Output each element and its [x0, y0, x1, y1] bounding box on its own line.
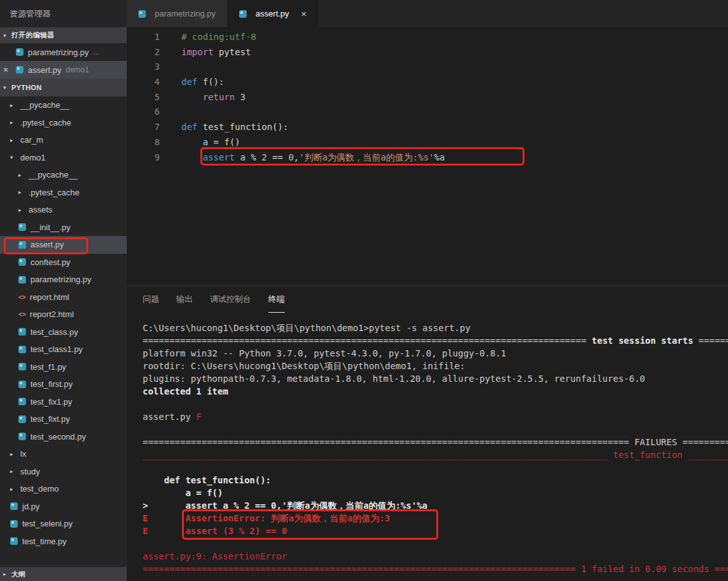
panel-tab[interactable]: 终端 — [268, 286, 285, 313]
python-file-icon — [18, 433, 26, 440]
code-line: 9 assert a % 2 == 0,'判断a为偶数，当前a的值为:%s'%a — [127, 150, 728, 166]
python-file-icon — [18, 276, 26, 284]
python-file-icon — [18, 381, 26, 388]
python-section-header-label: PYTHON — [11, 84, 42, 91]
code-token: import — [181, 47, 214, 57]
tree-folder-item[interactable]: ▸assets — [0, 201, 127, 219]
python-file-icon — [18, 346, 26, 353]
terminal-line: plugins: pythonpath-0.7.3, metadata-1.8.… — [143, 372, 728, 385]
python-section-header[interactable]: ▾ PYTHON — [0, 79, 127, 96]
line-number: 9 — [127, 150, 160, 166]
tree-folder-item[interactable]: ▸.pytest_cache — [0, 114, 127, 132]
code-token: (): — [208, 77, 224, 87]
terminal-line — [143, 423, 728, 436]
tree-file-item[interactable]: parametrizing.py — [0, 271, 127, 289]
tab-bar: parametrizing.pyassert.py× — [127, 0, 728, 27]
terminal-line: def test_function(): — [143, 474, 728, 486]
code-line: 8 a = f() — [127, 135, 728, 150]
tree-file-item[interactable]: jd.py — [0, 498, 127, 516]
tree-item-label: assets — [29, 205, 53, 214]
tree-file-item[interactable]: test_second.py — [0, 428, 127, 446]
terminal-line: E assert (3 % 2) == 0 — [143, 525, 728, 537]
tree-folder-item[interactable]: ▸__pycache__ — [0, 96, 127, 114]
tree-item-label: test_seleni.py — [22, 519, 73, 528]
close-icon[interactable]: × — [301, 8, 307, 19]
panel-tab[interactable]: 调试控制台 — [210, 286, 251, 313]
tree-folder-item[interactable]: ▸study — [0, 463, 127, 481]
chevron-right-icon: ▸ — [10, 137, 18, 143]
terminal-segment: a = f() — [143, 488, 223, 498]
code-text: # coding:utf-8 — [160, 30, 256, 45]
tree-folder-item[interactable]: ▸test_demo — [0, 480, 127, 498]
tree-folder-item[interactable]: ▸.pytest_cache — [0, 184, 127, 202]
open-editor-item[interactable]: ×assert.pydemo1 — [0, 61, 127, 79]
code-token: '判断a为偶数，当前a的值为:%s' — [299, 152, 434, 162]
code-line: 5 return 3 — [127, 90, 728, 105]
code-token: f — [203, 77, 208, 87]
tree-item-label: test_time.py — [22, 537, 67, 546]
editor-tab[interactable]: parametrizing.py — [127, 0, 228, 27]
tree-file-item[interactable]: test_class1.py — [0, 341, 127, 358]
tree-item-label: parametrizing.py — [30, 275, 91, 284]
chevron-right-icon: ▸ — [18, 189, 27, 195]
terminal-line: a = f() — [143, 486, 728, 499]
tree-file-item[interactable]: test_fix1.py — [0, 393, 127, 411]
code-token: return — [203, 92, 235, 102]
code-token: f — [224, 137, 229, 147]
terminal-line: ========================================… — [143, 436, 728, 448]
terminal-segment: assert.py:9: AssertionError — [143, 551, 287, 561]
code-token — [197, 122, 202, 132]
code-token: assert — [203, 152, 235, 162]
code-line: 1# coding:utf-8 — [127, 30, 728, 45]
tree-item-label: test_f1.py — [30, 362, 66, 372]
tree-file-item[interactable]: test_first.py — [0, 375, 127, 393]
tree-item-label: __pycache__ — [29, 170, 77, 180]
chevron-right-icon: ▸ — [10, 451, 18, 457]
code-text: import pytest — [160, 45, 251, 60]
tree-file-item[interactable]: <>report.html — [0, 289, 127, 306]
code-token — [181, 152, 203, 162]
tree-file-item[interactable]: test_f1.py — [0, 358, 127, 376]
open-editors-header-label: 打开的编辑器 — [11, 30, 55, 40]
terminal-output[interactable]: C:\Users\hucong1\Desktop\项目\python\demo1… — [127, 313, 728, 581]
code-editor[interactable]: 1# coding:utf-82import pytest34def f():5… — [127, 27, 728, 285]
open-editors-header[interactable]: ▾ 打开的编辑器 — [0, 27, 127, 43]
tree-file-item[interactable]: test_time.py — [0, 533, 127, 551]
tree-file-item[interactable]: test_seleni.py — [0, 515, 127, 533]
close-icon[interactable]: × — [3, 65, 16, 75]
panel-tab[interactable]: 问题 — [143, 286, 159, 313]
outline-header[interactable]: ▸ 大纲 — [0, 567, 127, 581]
tree-item-label: jd.py — [22, 502, 39, 511]
bottom-panel: 问题输出调试控制台终端 C:\Users\hucong1\Desktop\项目\… — [127, 285, 728, 581]
tree-file-item[interactable]: __init__.py — [0, 219, 127, 237]
open-editors-list: parametrizing.py...×assert.pydemo1 — [0, 43, 127, 79]
code-text: return 3 — [160, 90, 245, 105]
tree-folder-item[interactable]: ▸lx — [0, 445, 127, 463]
chevron-right-icon: ▸ — [10, 119, 18, 126]
terminal-segment: > assert a % 2 == 0,'判断a为偶数，当前a的值为:%s'%a — [143, 500, 427, 511]
tree-item-label: report2.html — [30, 310, 74, 319]
panel-tab-bar: 问题输出调试控制台终端 — [127, 286, 728, 313]
tree-file-item[interactable]: conftest.py — [0, 254, 127, 271]
tree-file-item[interactable]: test_fixt.py — [0, 410, 127, 428]
panel-tab[interactable]: 输出 — [176, 286, 193, 313]
tree-file-item[interactable]: <>report2.html — [0, 306, 127, 323]
tree-file-item[interactable]: test_class.py — [0, 323, 127, 341]
terminal-line: E AssertionError: 判断a为偶数，当前a的值为:3 — [143, 512, 728, 525]
tree-folder-item[interactable]: ▾demo1 — [0, 149, 127, 167]
code-text: def test_function(): — [160, 120, 289, 135]
terminal-line: ________________________________________… — [143, 448, 728, 461]
line-number: 3 — [127, 60, 160, 75]
open-editor-item[interactable]: parametrizing.py... — [0, 43, 127, 61]
code-token: 3 — [240, 92, 245, 102]
line-number: 7 — [127, 120, 160, 135]
tree-item-label: study — [20, 467, 40, 476]
terminal-line — [143, 398, 728, 410]
tree-folder-item[interactable]: ▸__pycache__ — [0, 166, 127, 184]
terminal-segment: ========================================… — [143, 336, 587, 346]
code-token: a — [203, 137, 208, 147]
tree-file-item[interactable]: assert.py — [0, 236, 127, 254]
editor-tab[interactable]: assert.py× — [228, 0, 319, 27]
tree-folder-item[interactable]: ▸car_m — [0, 131, 127, 149]
chevron-down-icon: ▾ — [10, 154, 18, 160]
